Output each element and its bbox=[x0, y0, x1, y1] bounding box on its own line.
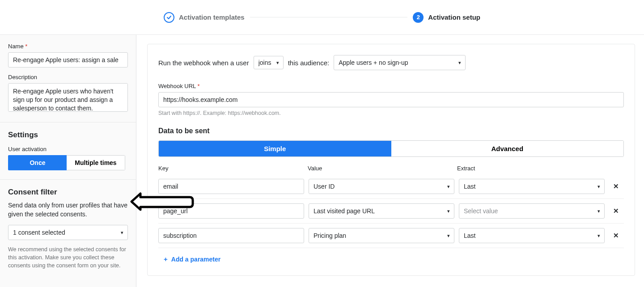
name-label: Name bbox=[8, 43, 128, 50]
row-value-select[interactable]: Last visited page URL bbox=[309, 203, 454, 219]
name-input[interactable] bbox=[8, 52, 128, 68]
add-parameter-label: Add a parameter bbox=[171, 256, 220, 263]
step-templates-label: Activation templates bbox=[179, 13, 245, 21]
webhook-url-label: Webhook URL bbox=[158, 83, 624, 89]
step-setup-label: Activation setup bbox=[428, 13, 480, 21]
data-mode-tabs: Simple Advanced bbox=[158, 140, 624, 157]
step-number-icon: 2 bbox=[413, 12, 424, 23]
user-activation-label: User activation bbox=[8, 146, 128, 152]
description-label: Description bbox=[8, 74, 128, 80]
trigger-prefix: Run the webhook when a user bbox=[158, 59, 249, 67]
sidebar-basic-block: Name Description bbox=[0, 35, 136, 122]
step-setup[interactable]: 2 Activation setup bbox=[413, 12, 480, 23]
row-key-input[interactable] bbox=[158, 228, 304, 243]
tab-advanced[interactable]: Advanced bbox=[391, 141, 624, 156]
consent-select[interactable]: 1 consent selected bbox=[8, 225, 128, 240]
check-icon bbox=[164, 12, 174, 23]
settings-title: Settings bbox=[8, 131, 128, 139]
row-key-input[interactable] bbox=[158, 179, 304, 194]
main-panel: Run the webhook when a user joins ▾ this… bbox=[147, 44, 635, 276]
row-extract-select[interactable]: Last bbox=[459, 228, 605, 243]
webhook-url-help: Start with https://. Example: https://we… bbox=[158, 110, 624, 116]
webhook-url-block: Webhook URL Start with https://. Example… bbox=[158, 83, 624, 116]
sidebar-settings-block: Settings User activation Once Multiple t… bbox=[0, 122, 136, 180]
data-row: Pricing plan ▾ Last ▾ ✕ bbox=[158, 224, 624, 248]
row-value-select[interactable]: Pricing plan bbox=[309, 228, 454, 243]
plus-icon: + bbox=[164, 255, 168, 263]
seg-multiple-button[interactable]: Multiple times bbox=[67, 155, 125, 170]
col-extract: Extract bbox=[457, 165, 606, 172]
sidebar-consent-block: Consent filter Send data only from user … bbox=[0, 180, 136, 279]
consent-note: We recommend using the selected consents… bbox=[8, 245, 128, 270]
tab-simple[interactable]: Simple bbox=[159, 141, 391, 156]
webhook-url-input[interactable] bbox=[158, 92, 624, 107]
seg-once-button[interactable]: Once bbox=[8, 155, 67, 170]
data-row: User ID ▾ Last ▾ ✕ bbox=[158, 174, 624, 199]
data-section-title: Data to be sent bbox=[158, 127, 624, 135]
trigger-row: Run the webhook when a user joins ▾ this… bbox=[158, 55, 624, 70]
row-extract-select[interactable]: Select value bbox=[459, 203, 605, 219]
trigger-mid: this audience: bbox=[288, 59, 330, 67]
add-parameter-button[interactable]: + Add a parameter bbox=[158, 248, 624, 265]
consent-desc: Send data only from user profiles that h… bbox=[8, 201, 128, 219]
stepper: Activation templates 2 Activation setup bbox=[0, 0, 644, 35]
row-key-input[interactable] bbox=[158, 203, 304, 219]
data-row: Last visited page URL ▾ Select value ▾ ✕ bbox=[158, 199, 624, 224]
consent-title: Consent filter bbox=[8, 188, 128, 197]
audience-select[interactable]: Apple users + no sign-up bbox=[334, 55, 466, 70]
trigger-action-select[interactable]: joins bbox=[254, 56, 284, 69]
description-textarea[interactable] bbox=[8, 83, 128, 112]
step-templates[interactable]: Activation templates bbox=[164, 12, 245, 23]
step-connector bbox=[250, 17, 408, 17]
remove-row-button[interactable]: ✕ bbox=[609, 207, 623, 215]
columns-header: Key Value Extract bbox=[158, 165, 624, 172]
user-activation-segment: Once Multiple times bbox=[8, 155, 125, 170]
remove-row-button[interactable]: ✕ bbox=[609, 232, 623, 240]
row-value-select[interactable]: User ID bbox=[309, 179, 454, 194]
row-extract-select[interactable]: Last bbox=[459, 179, 605, 194]
sidebar: Name Description Settings User activatio… bbox=[0, 35, 136, 287]
main-area: Run the webhook when a user joins ▾ this… bbox=[136, 35, 644, 287]
remove-row-button[interactable]: ✕ bbox=[609, 182, 623, 190]
col-value: Value bbox=[308, 165, 457, 172]
col-key: Key bbox=[158, 165, 308, 172]
